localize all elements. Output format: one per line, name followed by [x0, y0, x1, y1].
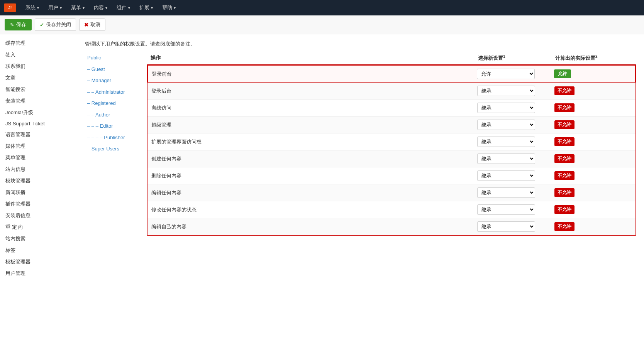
save-button[interactable]: ✎ 保存	[5, 19, 32, 30]
chevron-down-icon: ▾	[60, 6, 62, 10]
perm-select-cell-4: 继承允许拒绝	[477, 137, 554, 147]
nav-components[interactable]: 组件 ▾	[113, 0, 134, 15]
permission-row-7: 编辑任何内容继承允许拒绝不允许	[147, 184, 636, 201]
sidebar-item[interactable]: 语言管理器	[0, 129, 77, 140]
group-nav-item-8[interactable]: – Super Users	[85, 143, 143, 155]
perm-select-cell-3: 继承允许拒绝	[477, 120, 554, 130]
sidebar-item[interactable]: Joomla!升级	[0, 107, 77, 118]
perm-result-badge-0: 允许	[554, 69, 571, 78]
perm-select-cell-1: 继承允许拒绝	[477, 86, 554, 96]
sidebar-item[interactable]: 模板管理器	[0, 256, 77, 268]
permission-row-0: 登录前台继承允许拒绝允许	[147, 65, 636, 83]
sidebar-item[interactable]: JS Support Ticket	[0, 118, 77, 129]
perm-select-4[interactable]: 继承允许拒绝	[477, 137, 535, 147]
group-nav-item-2[interactable]: – Manager	[85, 75, 143, 86]
sidebar-item[interactable]: 站内搜索	[0, 233, 77, 245]
perm-result-badge-6: 不允许	[554, 171, 575, 180]
perm-action-3: 超级管理	[151, 121, 477, 128]
permission-row-2: 离线访问继承允许拒绝不允许	[147, 100, 636, 116]
perm-select-cell-2: 继承允许拒绝	[477, 103, 554, 113]
nav-users[interactable]: 用户 ▾	[44, 0, 66, 15]
nav-menus[interactable]: 菜单 ▾	[67, 0, 88, 15]
chevron-down-icon: ▾	[151, 6, 153, 10]
perm-select-3[interactable]: 继承允许拒绝	[477, 120, 535, 130]
perm-action-7: 编辑任何内容	[151, 189, 477, 196]
nav-system[interactable]: 系统 ▾	[22, 0, 43, 15]
sidebar-item[interactable]: 新闻联播	[0, 187, 77, 198]
close-icon: ✖	[84, 22, 88, 28]
perm-result-badge-5: 不允许	[554, 154, 575, 163]
group-nav-item-7[interactable]: – – – – Publisher	[85, 132, 143, 143]
perm-select-2[interactable]: 继承允许拒绝	[477, 103, 535, 113]
sidebar-item[interactable]: 标签	[0, 245, 77, 256]
sidebar-item[interactable]: 文章	[0, 72, 77, 84]
nav-extensions[interactable]: 扩展 ▾	[136, 0, 157, 15]
permission-row-8: 修改任何内容的状态继承允许拒绝不允许	[147, 201, 636, 218]
sidebar-item[interactable]: 安装管理	[0, 95, 77, 107]
perm-action-8: 修改任何内容的状态	[151, 206, 477, 213]
perm-select-1[interactable]: 继承允许拒绝	[477, 86, 535, 96]
perm-result-cell-9: 不允许	[554, 222, 632, 231]
group-nav-item-6[interactable]: – – – Editor	[85, 120, 143, 132]
perm-result-badge-7: 不允许	[554, 188, 575, 197]
perm-select-8[interactable]: 继承允许拒绝	[477, 204, 535, 215]
sidebar-item[interactable]: 重 定 向	[0, 221, 77, 233]
perm-result-cell-4: 不允许	[554, 137, 632, 146]
perm-result-badge-4: 不允许	[554, 137, 575, 146]
perm-select-5[interactable]: 继承允许拒绝	[477, 153, 535, 164]
permission-row-1: 登录后台继承允许拒绝不允许	[147, 83, 636, 100]
col-new-setting: 选择新设置1	[478, 54, 555, 62]
brand: J!	[4, 3, 16, 12]
perm-result-cell-0: 允许	[554, 69, 631, 78]
sidebar-item[interactable]: 签入	[0, 49, 77, 61]
permission-row-4: 扩展的管理界面访问权继承允许拒绝不允许	[147, 133, 636, 150]
perm-action-1: 登录后台	[151, 88, 477, 94]
joomla-logo: J!	[4, 3, 16, 12]
perm-result-badge-1: 不允许	[554, 86, 575, 95]
perm-result-badge-9: 不允许	[554, 222, 575, 231]
sidebar-item[interactable]: 插件管理器	[0, 198, 77, 210]
perm-action-6: 删除任何内容	[151, 172, 477, 179]
group-nav-item-0[interactable]: Public	[85, 52, 143, 64]
cancel-button[interactable]: ✖ 取消	[79, 19, 105, 31]
perm-select-cell-6: 继承允许拒绝	[477, 170, 554, 181]
group-nav-item-1[interactable]: – Guest	[85, 64, 143, 75]
save-close-button[interactable]: ✔ 保存并关闭	[35, 19, 76, 31]
permission-row-3: 超级管理继承允许拒绝不允许	[147, 116, 636, 133]
col-actual-setting: 计算出的实际设置2	[555, 54, 632, 62]
perm-select-7[interactable]: 继承允许拒绝	[477, 187, 535, 198]
group-nav-item-4[interactable]: – Registered	[85, 98, 143, 109]
perm-select-9[interactable]: 继承允许拒绝	[477, 221, 535, 232]
toolbar: ✎ 保存 ✔ 保存并关闭 ✖ 取消	[0, 15, 644, 34]
nav-help[interactable]: 帮助 ▾	[158, 0, 180, 15]
perm-action-9: 编辑自己的内容	[151, 223, 477, 230]
group-nav-item-5[interactable]: – – Author	[85, 109, 143, 121]
perm-select-0[interactable]: 继承允许拒绝	[477, 69, 535, 79]
perm-select-cell-5: 继承允许拒绝	[477, 153, 554, 164]
sidebar-item[interactable]: 智能搜索	[0, 84, 77, 95]
perm-select-6[interactable]: 继承允许拒绝	[477, 170, 535, 181]
perm-action-5: 创建任何内容	[151, 155, 477, 162]
perm-result-cell-2: 不允许	[554, 103, 632, 112]
sidebar-item[interactable]: 安装后信息	[0, 210, 77, 221]
group-nav: Public– Guest– Manager– – Administrator–…	[85, 52, 147, 236]
sidebar-item[interactable]: 用户管理	[0, 268, 77, 279]
nav-content[interactable]: 内容 ▾	[90, 0, 111, 15]
chevron-down-icon: ▾	[105, 6, 107, 10]
group-nav-item-3[interactable]: – – Administrator	[85, 86, 143, 98]
content-area: 管理以下用户组的权限设置。请查阅底部的备注。 Public– Guest– Ma…	[77, 34, 644, 339]
perm-action-4: 扩展的管理界面访问权	[151, 138, 477, 145]
sidebar-item[interactable]: 媒体管理	[0, 140, 77, 152]
sidebar-item[interactable]: 菜单管理	[0, 152, 77, 164]
perm-select-cell-8: 继承允许拒绝	[477, 204, 554, 215]
permission-row-6: 删除任何内容继承允许拒绝不允许	[147, 167, 636, 184]
sidebar-item[interactable]: 模块管理器	[0, 175, 77, 187]
perm-select-cell-0: 继承允许拒绝	[477, 69, 554, 79]
perm-select-cell-7: 继承允许拒绝	[477, 187, 554, 198]
permissions-table: 登录前台继承允许拒绝允许登录后台继承允许拒绝不允许离线访问继承允许拒绝不允许超级…	[147, 64, 636, 236]
perm-select-cell-9: 继承允许拒绝	[477, 221, 554, 232]
sidebar-item[interactable]: 缓存管理	[0, 37, 77, 49]
sidebar-item[interactable]: 联系我们	[0, 61, 77, 72]
sidebar-item[interactable]: 站内信息	[0, 164, 77, 175]
permissions-layout: Public– Guest– Manager– – Administrator–…	[85, 52, 636, 236]
